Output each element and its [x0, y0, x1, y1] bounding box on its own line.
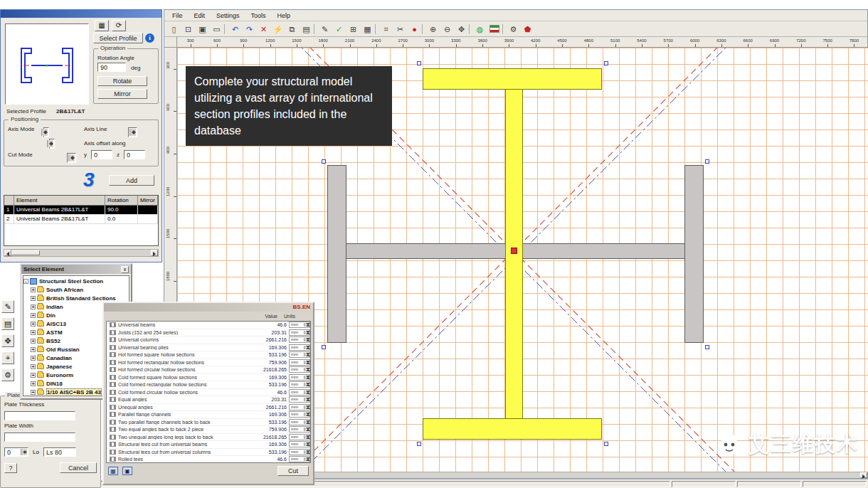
- yellow-beam-top-flange[interactable]: [423, 68, 602, 90]
- view-2d-icon[interactable]: ▦: [108, 467, 118, 475]
- menu-item[interactable]: File: [167, 11, 188, 20]
- section-row[interactable]: Two equal angles back to back 2 piece 75…: [107, 426, 310, 434]
- info-icon[interactable]: i: [145, 33, 154, 43]
- point-icon[interactable]: ●: [408, 23, 421, 36]
- section-row[interactable]: Two unequal angles long legs back to bac…: [107, 434, 310, 442]
- section-unit-select[interactable]: mm: [289, 336, 310, 343]
- cut-button[interactable]: Cut: [277, 466, 309, 476]
- section-row[interactable]: Hot formed rectangular hollow sections 7…: [107, 359, 310, 367]
- table-row[interactable]: 2 Universal Beams 2B&17L&T 0.0: [4, 215, 158, 224]
- separator[interactable]: [314, 24, 317, 34]
- section-unit-select[interactable]: mm: [289, 411, 310, 418]
- section-row[interactable]: Hot formed square hollow sections 533.19…: [107, 351, 310, 359]
- separator[interactable]: [375, 24, 379, 34]
- delete-icon[interactable]: ✕: [257, 23, 270, 36]
- copy-icon[interactable]: ⧉: [285, 23, 299, 36]
- offset-z-input[interactable]: [124, 150, 145, 159]
- plate-count-stepper[interactable]: 0: [4, 447, 28, 457]
- section-unit-select[interactable]: mm: [289, 404, 310, 410]
- paste-icon[interactable]: ▤: [300, 23, 313, 36]
- rotate-button[interactable]: Rotate: [97, 76, 147, 86]
- section-unit-select[interactable]: mm: [289, 389, 310, 396]
- section-row[interactable]: Universal columns 2661.216 mm: [107, 336, 310, 344]
- gray-beam-left-flange[interactable]: [327, 165, 346, 343]
- section-unit-select[interactable]: mm: [289, 329, 310, 336]
- expand-icon[interactable]: +: [31, 322, 36, 327]
- section-row[interactable]: Two parallel flange channels back to bac…: [107, 419, 310, 427]
- lightning-icon[interactable]: ⚡: [271, 23, 285, 36]
- section-unit-select[interactable]: mm: [289, 366, 310, 373]
- expand-icon[interactable]: +: [31, 356, 36, 361]
- section-row[interactable]: Universal beams 46.6 mm: [107, 322, 310, 329]
- move-icon[interactable]: ✥: [1, 334, 14, 347]
- select-element-titlebar[interactable]: Select Element x: [21, 265, 131, 274]
- check-icon[interactable]: ✓: [332, 23, 346, 36]
- axis-mode-select-1[interactable]: [43, 127, 49, 137]
- section-unit-select[interactable]: mm: [289, 381, 310, 388]
- axis-line-input[interactable]: 1: [128, 127, 137, 137]
- help-button[interactable]: ?: [4, 463, 17, 473]
- add-button[interactable]: Add: [109, 175, 154, 186]
- globe-icon[interactable]: ◍: [473, 23, 487, 36]
- axis-mode-select-2[interactable]: [49, 139, 55, 149]
- lo-value-field[interactable]: Ls 80: [43, 447, 76, 457]
- section-row[interactable]: Parallel flange channels 169.306 mm: [107, 411, 310, 419]
- expand-icon[interactable]: +: [31, 304, 36, 309]
- section-row[interactable]: Joists (152 and 254 series) 203.31 mm: [107, 329, 310, 337]
- save-icon[interactable]: ▣: [196, 23, 209, 36]
- menu-item[interactable]: Tools: [246, 11, 271, 20]
- scroll-right-icon[interactable]: [151, 250, 158, 256]
- pan-icon[interactable]: ✥: [455, 23, 468, 36]
- grid-icon[interactable]: ⊞: [346, 23, 360, 36]
- section-row[interactable]: Structural tees cut from universal colum…: [107, 449, 310, 457]
- pencil-icon[interactable]: ✎: [1, 300, 14, 313]
- plate-thickness-input[interactable]: [4, 411, 75, 420]
- settings-icon[interactable]: ⚙: [1, 368, 14, 381]
- section-unit-select[interactable]: mm: [289, 344, 310, 351]
- tree-root[interactable]: - Structural Steel Section: [23, 277, 129, 285]
- cut-mode-input[interactable]: 1: [67, 153, 76, 163]
- section-unit-select[interactable]: mm: [289, 374, 310, 381]
- offset-y-input[interactable]: [91, 150, 112, 159]
- section-unit-select[interactable]: mm: [289, 396, 310, 403]
- preview-icon[interactable]: ▦: [95, 20, 109, 31]
- view-3d-icon[interactable]: ▣: [122, 467, 132, 475]
- zoom-in-icon[interactable]: ⊕: [426, 23, 440, 36]
- table-row[interactable]: 1 Universal Beams 2B&17L&T 90.0: [4, 206, 158, 215]
- menu-item[interactable]: Edit: [189, 11, 211, 20]
- tree-item[interactable]: + South African: [23, 285, 129, 294]
- scroll-left-icon[interactable]: [4, 250, 11, 256]
- section-unit-select[interactable]: mm: [289, 351, 310, 358]
- section-unit-select[interactable]: mm: [289, 441, 310, 447]
- mirror-button[interactable]: Mirror: [97, 89, 147, 99]
- separator[interactable]: [224, 24, 228, 34]
- section-row[interactable]: Universal bearing piles 169.306 mm: [107, 344, 310, 352]
- layers-icon[interactable]: ▤: [1, 317, 14, 330]
- flag-icon[interactable]: [489, 25, 499, 33]
- scissors-icon[interactable]: ✂: [393, 23, 407, 36]
- expand-icon[interactable]: +: [31, 330, 36, 335]
- expand-icon[interactable]: +: [31, 381, 36, 386]
- separator[interactable]: [502, 24, 506, 34]
- alert-icon[interactable]: ⬟: [521, 23, 534, 36]
- section-row[interactable]: Unequal angles 2661.216 mm: [107, 404, 310, 412]
- axes-icon[interactable]: ⌗: [379, 23, 393, 36]
- section-row[interactable]: Cold formed circular hollow sections 46.…: [107, 389, 310, 397]
- section-row[interactable]: Rolled tees 46.6 mm: [107, 456, 310, 463]
- yellow-beam-bottom-flange[interactable]: [423, 418, 602, 440]
- window-icon[interactable]: ▭: [210, 23, 223, 36]
- snap-icon[interactable]: ⌖: [1, 351, 14, 364]
- rotation-angle-input[interactable]: [97, 63, 126, 72]
- profile-dialog-titlebar[interactable]: [1, 10, 162, 18]
- menu-item[interactable]: Settings: [211, 11, 245, 20]
- menu-item[interactable]: Help: [272, 11, 296, 20]
- expand-icon[interactable]: +: [31, 364, 36, 369]
- gear-icon[interactable]: ⚙: [507, 23, 520, 36]
- close-icon[interactable]: x: [121, 266, 129, 273]
- section-unit-select[interactable]: mm: [289, 322, 310, 328]
- section-row[interactable]: Cold formed rectangular hollow sections …: [107, 381, 310, 389]
- expand-icon[interactable]: +: [31, 373, 36, 378]
- scroll-thumb[interactable]: [11, 250, 40, 255]
- separator[interactable]: [422, 24, 425, 34]
- undo-icon[interactable]: ↶: [228, 23, 242, 36]
